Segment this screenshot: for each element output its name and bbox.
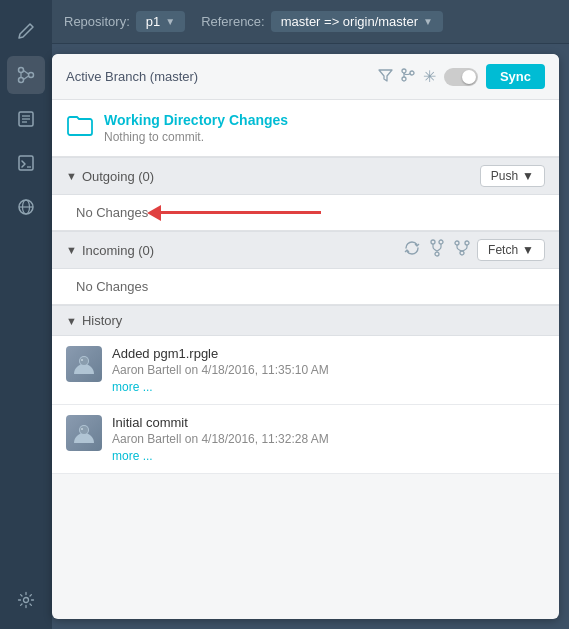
svg-point-1 bbox=[29, 73, 34, 78]
commit-title-0: Added pgm1.rpgle bbox=[112, 346, 329, 361]
svg-point-21 bbox=[465, 241, 469, 245]
ref-value: master => origin/master bbox=[281, 14, 418, 29]
outgoing-label: Outgoing (0) bbox=[82, 169, 154, 184]
fetch-caret-icon: ▼ bbox=[522, 243, 534, 257]
svg-point-17 bbox=[431, 240, 435, 244]
history-label: History bbox=[82, 313, 122, 328]
sidebar-item-terminal[interactable] bbox=[7, 144, 45, 182]
svg-rect-8 bbox=[19, 156, 33, 170]
star-icon[interactable]: ✳ bbox=[423, 67, 436, 86]
push-caret-icon: ▼ bbox=[522, 169, 534, 183]
push-button[interactable]: Push ▼ bbox=[480, 165, 545, 187]
fetch-button[interactable]: Fetch ▼ bbox=[477, 239, 545, 261]
ref-label: Reference: bbox=[201, 14, 265, 29]
ref-caret-icon: ▼ bbox=[423, 16, 433, 27]
history-item-1: Initial commit Aaron Bartell on 4/18/201… bbox=[52, 405, 559, 474]
incoming-no-changes-row: No Changes bbox=[52, 269, 559, 305]
ref-selector[interactable]: master => origin/master ▼ bbox=[271, 11, 443, 32]
sidebar-item-settings[interactable] bbox=[7, 581, 45, 619]
svg-point-28 bbox=[81, 428, 83, 430]
sidebar-item-git[interactable] bbox=[7, 56, 45, 94]
merge-icon[interactable] bbox=[453, 239, 471, 261]
svg-point-16 bbox=[402, 77, 406, 81]
working-directory-section: Working Directory Changes Nothing to com… bbox=[52, 100, 559, 157]
topbar: Repository: p1 ▼ Reference: master => or… bbox=[52, 0, 569, 44]
history-item-0: Added pgm1.rpgle Aaron Bartell on 4/18/2… bbox=[52, 336, 559, 405]
repo-selector[interactable]: p1 ▼ bbox=[136, 11, 185, 32]
commit-info-1: Initial commit Aaron Bartell on 4/18/201… bbox=[112, 415, 329, 463]
folder-icon bbox=[66, 113, 94, 143]
svg-point-24 bbox=[80, 357, 88, 365]
toggle-track[interactable] bbox=[444, 68, 478, 86]
outgoing-no-changes: No Changes bbox=[76, 205, 148, 220]
ref-group: Reference: master => origin/master ▼ bbox=[201, 11, 443, 32]
fetch-label: Fetch bbox=[488, 243, 518, 257]
sidebar bbox=[0, 0, 52, 629]
filter-icon[interactable] bbox=[378, 68, 393, 86]
push-label: Push bbox=[491, 169, 518, 183]
outgoing-arrow-icon: ▼ bbox=[66, 170, 77, 182]
sync-branches-icon[interactable] bbox=[403, 239, 421, 261]
working-dir-title: Working Directory Changes bbox=[104, 112, 288, 128]
incoming-icons bbox=[403, 239, 471, 261]
repo-caret-icon: ▼ bbox=[165, 16, 175, 27]
repo-group: Repository: p1 ▼ bbox=[64, 11, 185, 32]
sync-button[interactable]: Sync bbox=[486, 64, 545, 89]
outgoing-header: ▼ Outgoing (0) Push ▼ bbox=[52, 157, 559, 195]
commit-meta-1: Aaron Bartell on 4/18/2016, 11:32:28 AM bbox=[112, 432, 329, 446]
svg-point-13 bbox=[24, 598, 29, 603]
svg-point-2 bbox=[19, 78, 24, 83]
sidebar-item-edit[interactable] bbox=[7, 12, 45, 50]
svg-point-14 bbox=[402, 69, 406, 73]
repo-label: Repository: bbox=[64, 14, 130, 29]
panel-title: Active Branch (master) bbox=[66, 69, 370, 84]
arrow-annotation bbox=[147, 205, 321, 221]
content-panel: Active Branch (master) ✳ bbox=[52, 54, 559, 619]
toggle-widget[interactable] bbox=[444, 68, 478, 86]
arrow-line bbox=[161, 211, 321, 214]
svg-point-27 bbox=[80, 426, 88, 434]
history-header: ▼ History bbox=[52, 305, 559, 336]
toggle-thumb bbox=[462, 70, 476, 84]
commit-more-1[interactable]: more ... bbox=[112, 449, 329, 463]
commit-info-0: Added pgm1.rpgle Aaron Bartell on 4/18/2… bbox=[112, 346, 329, 394]
sidebar-item-web[interactable] bbox=[7, 188, 45, 226]
incoming-no-changes: No Changes bbox=[76, 279, 148, 294]
main-area: Repository: p1 ▼ Reference: master => or… bbox=[52, 0, 569, 629]
repo-value: p1 bbox=[146, 14, 160, 29]
svg-point-22 bbox=[460, 251, 464, 255]
incoming-arrow-icon: ▼ bbox=[66, 244, 77, 256]
svg-point-15 bbox=[410, 71, 414, 75]
avatar-1 bbox=[66, 415, 102, 451]
history-arrow-icon: ▼ bbox=[66, 315, 77, 327]
commit-title-1: Initial commit bbox=[112, 415, 329, 430]
incoming-label: Incoming (0) bbox=[82, 243, 154, 258]
fork-icon[interactable] bbox=[429, 239, 445, 261]
working-dir-info: Working Directory Changes Nothing to com… bbox=[104, 112, 288, 144]
commit-more-0[interactable]: more ... bbox=[112, 380, 329, 394]
sidebar-item-files[interactable] bbox=[7, 100, 45, 138]
svg-point-19 bbox=[435, 252, 439, 256]
svg-point-25 bbox=[81, 359, 83, 361]
avatar-0 bbox=[66, 346, 102, 382]
working-dir-subtitle: Nothing to commit. bbox=[104, 130, 288, 144]
svg-point-20 bbox=[455, 241, 459, 245]
svg-point-0 bbox=[19, 68, 24, 73]
branch-icon[interactable] bbox=[401, 68, 415, 85]
incoming-header: ▼ Incoming (0) bbox=[52, 231, 559, 269]
commit-meta-0: Aaron Bartell on 4/18/2016, 11:35:10 AM bbox=[112, 363, 329, 377]
outgoing-no-changes-row: No Changes bbox=[52, 195, 559, 231]
svg-point-18 bbox=[439, 240, 443, 244]
arrow-head-icon bbox=[147, 205, 161, 221]
panel-header: Active Branch (master) ✳ bbox=[52, 54, 559, 100]
